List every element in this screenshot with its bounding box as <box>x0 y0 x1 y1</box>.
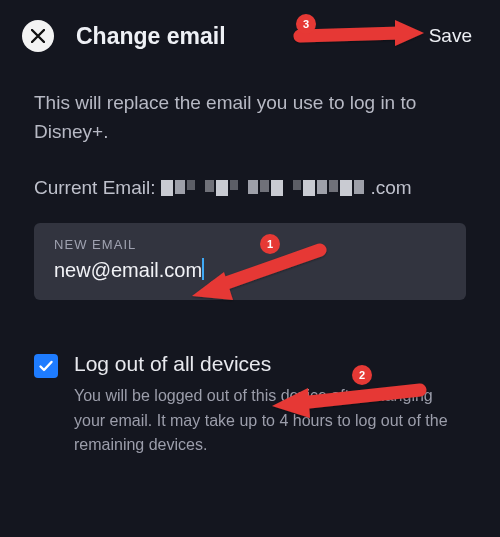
logout-description: You will be logged out of this device af… <box>74 384 466 458</box>
current-email-label: Current Email: <box>34 177 155 199</box>
logout-option: Log out of all devices You will be logge… <box>34 352 466 458</box>
current-email-row: Current Email: .com <box>34 177 466 199</box>
logout-title: Log out of all devices <box>74 352 466 376</box>
new-email-value: new@email.com <box>54 259 202 282</box>
close-button[interactable] <box>22 20 54 52</box>
current-email-suffix: .com <box>370 177 411 199</box>
close-icon <box>31 29 45 43</box>
new-email-field[interactable]: NEW EMAIL new@email.com <box>34 223 466 300</box>
logout-checkbox[interactable] <box>34 354 58 378</box>
checkmark-icon <box>38 358 54 374</box>
save-button[interactable]: Save <box>429 25 472 47</box>
page-title: Change email <box>76 23 429 50</box>
text-caret <box>202 258 204 280</box>
new-email-label: NEW EMAIL <box>54 237 446 252</box>
current-email-redacted <box>161 180 364 196</box>
description-text: This will replace the email you use to l… <box>34 88 466 147</box>
header: Change email Save <box>0 0 500 70</box>
